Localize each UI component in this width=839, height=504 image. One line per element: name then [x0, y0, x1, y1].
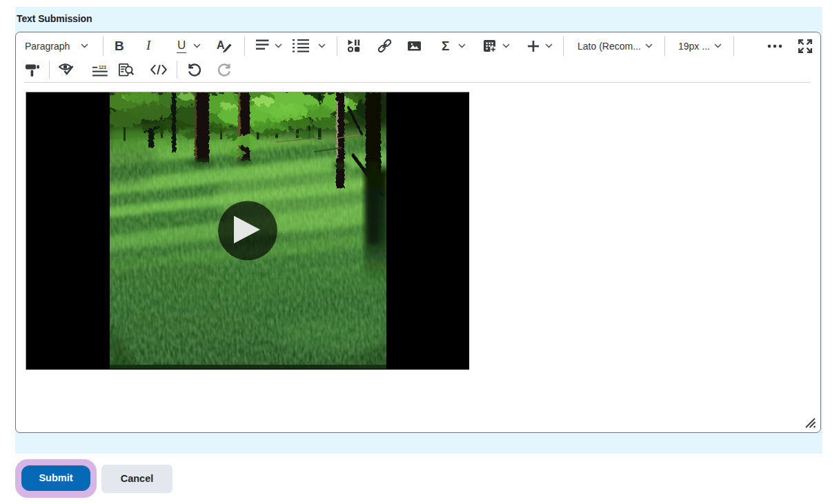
svg-text:123: 123: [99, 65, 106, 70]
svg-text:A: A: [217, 39, 225, 51]
